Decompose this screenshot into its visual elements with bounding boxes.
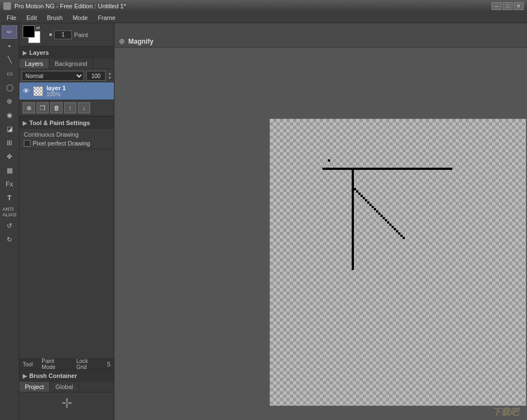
redo-icon[interactable]: ↻ bbox=[2, 233, 17, 246]
title-bar-left: Pro Motion NG - Free Edition : Untitled … bbox=[3, 2, 126, 10]
menu-edit[interactable]: Edit bbox=[22, 13, 41, 22]
antialias-icon[interactable]: ANTIALIAS bbox=[2, 205, 17, 219]
title-text: Pro Motion NG - Free Edition : Untitled … bbox=[14, 3, 126, 9]
layers-section-arrow: ▶ bbox=[23, 50, 27, 56]
zoom-icon[interactable]: ⊕ bbox=[2, 95, 17, 108]
blend-mode-select[interactable]: Normal Multiply Screen bbox=[22, 71, 84, 81]
svg-rect-6 bbox=[361, 195, 363, 197]
paint-brush-icon[interactable]: ▪ bbox=[2, 39, 17, 53]
tool-settings-header[interactable]: ▶ Tool & Paint Settings bbox=[19, 117, 114, 129]
canvas-area: ⊕ Magnify bbox=[114, 35, 527, 420]
menu-file[interactable]: File bbox=[2, 13, 21, 22]
svg-rect-13 bbox=[376, 210, 378, 212]
select-icon[interactable]: ⊞ bbox=[2, 136, 17, 149]
svg-rect-21 bbox=[394, 228, 396, 230]
canvas-container[interactable] bbox=[269, 118, 526, 406]
menu-brush[interactable]: Brush bbox=[43, 13, 67, 22]
status-lock-grid: Lock Grid bbox=[76, 358, 98, 370]
brush-cross-icon: ✛ bbox=[61, 396, 72, 411]
undo-icon[interactable]: ↺ bbox=[2, 219, 17, 232]
layers-section-header[interactable]: ▶ Layers bbox=[19, 46, 114, 59]
menu-bar: File Edit Brush Mode Frame bbox=[0, 12, 527, 23]
side-panel: ⇄ 1 Paint ▶ Layers Layers Background bbox=[19, 23, 114, 420]
svg-rect-7 bbox=[363, 197, 365, 199]
fill-icon[interactable]: ◪ bbox=[2, 122, 17, 136]
move-layer-down-button[interactable]: ↓ bbox=[78, 102, 90, 113]
move-layer-up-button[interactable]: ↑ bbox=[64, 102, 76, 113]
delete-layer-button[interactable]: 🗑 bbox=[50, 102, 62, 113]
svg-rect-24 bbox=[400, 235, 403, 237]
add-layer-button[interactable]: ⊕ bbox=[23, 102, 35, 113]
layers-section: ▶ Layers Layers Background Normal Multip… bbox=[19, 46, 114, 117]
title-bar-controls: ─ □ ✕ bbox=[492, 2, 524, 10]
canvas-drawing bbox=[270, 119, 526, 406]
brush-container-title: Brush Container bbox=[29, 372, 77, 379]
tab-project[interactable]: Project bbox=[19, 382, 50, 392]
text-icon[interactable]: T bbox=[2, 191, 17, 205]
menu-mode[interactable]: Mode bbox=[68, 13, 92, 22]
maximize-button[interactable]: □ bbox=[503, 2, 513, 10]
foreground-color-swatch[interactable] bbox=[23, 25, 35, 38]
svg-rect-19 bbox=[389, 224, 392, 226]
tab-background[interactable]: Background bbox=[49, 59, 93, 69]
svg-rect-4 bbox=[356, 190, 358, 193]
rect-icon[interactable]: ▭ bbox=[2, 67, 17, 80]
opacity-input[interactable] bbox=[86, 71, 106, 81]
status-s: S bbox=[107, 361, 111, 367]
brush-content-area: ✛ bbox=[19, 392, 114, 420]
brush-tabs: Project Global bbox=[19, 382, 114, 392]
svg-rect-23 bbox=[398, 232, 400, 235]
svg-rect-2 bbox=[352, 168, 354, 270]
close-button[interactable]: ✕ bbox=[514, 2, 524, 10]
pixel-perfect-checkbox[interactable] bbox=[24, 140, 30, 147]
layer-controls: ⊕ ❐ 🗑 ↑ ↓ bbox=[19, 100, 114, 116]
layer-blend-row: Normal Multiply Screen ▲▼ bbox=[19, 69, 114, 82]
line-icon[interactable]: ╲ bbox=[2, 53, 17, 66]
layer-1-row[interactable]: 👁 layer 1 100% bbox=[19, 82, 114, 100]
app-icon bbox=[3, 2, 11, 10]
magnify-icon: ⊕ bbox=[119, 37, 125, 45]
layer-name-info: layer 1 100% bbox=[46, 85, 66, 97]
svg-rect-10 bbox=[369, 204, 372, 206]
magnify-bar: ⊕ Magnify bbox=[114, 35, 527, 48]
brush-size-container: 1 bbox=[54, 30, 72, 39]
color-swatches[interactable]: ⇄ bbox=[23, 25, 46, 44]
grid-icon[interactable]: ▦ bbox=[2, 164, 17, 177]
pencil-icon[interactable]: ✏ bbox=[2, 25, 17, 39]
title-bar: Pro Motion NG - Free Edition : Untitled … bbox=[0, 0, 527, 12]
layer-thumb bbox=[33, 86, 43, 96]
watermark: 下载吧 bbox=[492, 407, 519, 418]
svg-rect-9 bbox=[367, 201, 369, 204]
brush-size-input[interactable]: 1 bbox=[54, 30, 72, 39]
swap-colors-icon[interactable]: ⇄ bbox=[36, 25, 40, 30]
svg-rect-5 bbox=[358, 193, 361, 195]
main-layout: ✏ ▪ ╲ ▭ ◯ ⊕ ◉ ◪ ⊞ ✥ ▦ Fx T ANTIALIAS ↺ ↻… bbox=[0, 23, 527, 420]
menu-frame[interactable]: Frame bbox=[93, 13, 120, 22]
tab-global[interactable]: Global bbox=[50, 382, 79, 392]
svg-rect-18 bbox=[387, 221, 389, 224]
brush-dot bbox=[49, 33, 52, 36]
svg-rect-16 bbox=[383, 217, 385, 219]
svg-rect-25 bbox=[403, 237, 405, 239]
tool-strip: ✏ ▪ ╲ ▭ ◯ ⊕ ◉ ◪ ⊞ ✥ ▦ Fx T ANTIALIAS ↺ ↻ bbox=[0, 23, 19, 420]
svg-rect-12 bbox=[374, 208, 376, 210]
move-icon[interactable]: ✥ bbox=[2, 150, 17, 163]
tool-settings-title: Tool & Paint Settings bbox=[29, 120, 90, 126]
pixel-perfect-label: Pixel perfect Drawing bbox=[33, 140, 90, 147]
svg-rect-17 bbox=[385, 219, 387, 221]
svg-rect-20 bbox=[392, 226, 394, 228]
svg-rect-14 bbox=[378, 212, 380, 215]
panel-spacer bbox=[19, 149, 114, 359]
brush-container-header[interactable]: ▶ Brush Container bbox=[19, 370, 114, 382]
color-brush-area: ⇄ 1 Paint bbox=[19, 23, 114, 46]
eyedropper-icon[interactable]: ◉ bbox=[2, 108, 17, 122]
duplicate-layer-button[interactable]: ❐ bbox=[36, 102, 49, 113]
paint-label: Paint bbox=[74, 32, 88, 38]
tab-layers[interactable]: Layers bbox=[19, 59, 49, 69]
minimize-button[interactable]: ─ bbox=[492, 2, 502, 10]
ellipse-icon[interactable]: ◯ bbox=[2, 81, 17, 94]
opacity-spinner: ▲▼ bbox=[108, 71, 112, 81]
fx-icon[interactable]: Fx bbox=[2, 178, 17, 191]
brush-size-area: 1 Paint bbox=[49, 30, 88, 39]
layer-eye-icon[interactable]: 👁 bbox=[23, 87, 30, 95]
